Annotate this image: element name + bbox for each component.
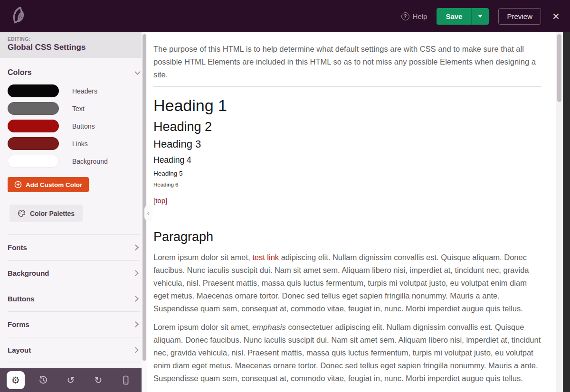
heading-3: Heading 3 [153,138,542,150]
divider [153,219,542,219]
color-swatch-headers[interactable] [8,84,59,97]
color-palettes-button[interactable]: Color Palettes [10,205,83,222]
preview-content: The purpose of this HTML is to help dete… [147,32,563,392]
sidebar: EDITING: Global CSS Settings Colors Head… [0,32,147,392]
mobile-preview-button[interactable] [117,371,135,389]
save-button[interactable]: Save [437,8,471,25]
save-dropdown-button[interactable] [471,8,489,25]
color-swatch-links[interactable] [8,137,59,150]
emphasis-text: emphasis [252,323,286,331]
color-swatch-row[interactable]: Buttons [8,120,140,132]
gear-icon: ⚙ [11,375,20,385]
test-link[interactable]: test link [252,253,279,261]
heading-1: Heading 1 [153,96,542,115]
section-label: Fonts [8,243,27,252]
top-link[interactable]: [top] [153,196,167,205]
lorem-paragraph-1: Lorem ipsum dolor sit amet, test link ad… [153,251,542,315]
close-icon[interactable]: × [552,10,560,22]
paragraph-text: Lorem ipsum dolor sit amet, [153,253,252,261]
heading-6: Heading 6 [153,182,542,188]
paragraph-text: Lorem ipsum dolor sit amet, [153,323,252,331]
paragraph-section-title: Paragraph [153,229,542,244]
chevron-down-icon [478,15,483,18]
color-swatch-row[interactable]: Links [8,137,140,150]
sidebar-header: EDITING: Global CSS Settings [0,32,147,58]
collapse-arrow-icon: ‹ [147,209,150,217]
chevron-right-icon [133,244,139,251]
undo-icon: ↺ [67,375,75,385]
history-button[interactable] [34,371,52,389]
color-swatch-row[interactable]: Headers [8,84,140,97]
sidebar-item-fonts[interactable]: Fonts [8,235,140,261]
history-icon [38,375,48,385]
intro-paragraph: The purpose of this HTML is to help dete… [153,43,542,81]
help-button[interactable]: ? Help [401,12,428,20]
swatch-label: Background [72,158,108,165]
sidebar-item-forms[interactable]: Forms [8,312,140,337]
heading-4: Heading 4 [153,155,542,165]
sidebar-scrollbar-thumb[interactable] [142,34,146,361]
redo-button[interactable]: ↻ [89,371,107,389]
colors-section-title: Colors [8,68,32,77]
color-swatch-row[interactable]: Background [8,155,140,168]
content-scrollbar-track [556,32,563,392]
swatch-label: Text [72,105,85,112]
settings-accordion: Fonts Background Buttons Forms Layout [8,234,140,363]
heading-5: Heading 5 [153,170,542,177]
chevron-down-icon [134,69,141,75]
palette-icon [18,209,26,217]
lorem-paragraph-2: Lorem ipsum dolor sit amet, emphasis con… [153,321,542,385]
add-custom-color-button[interactable]: Add Custom Color [8,177,89,192]
chevron-right-icon [133,270,139,276]
editing-title: Global CSS Settings [8,43,140,52]
editing-label: EDITING: [8,37,140,42]
swatch-label: Headers [72,87,97,95]
content-scrollbar-thumb[interactable] [557,34,561,102]
heading-2: Heading 2 [153,119,542,134]
color-swatch-background[interactable] [8,155,59,168]
paragraph-text: consectetuer adipiscing elit. Nullam dig… [153,323,541,383]
preview-button[interactable]: Preview [498,8,541,25]
paragraph-text: adipiscing elit. Nullam dignissim conval… [153,253,529,313]
swatch-label: Buttons [72,122,95,130]
sidebar-item-buttons[interactable]: Buttons [8,286,140,312]
help-label: Help [413,12,428,20]
settings-gear-button[interactable]: ⚙ [7,371,25,389]
chevron-right-icon [133,321,139,327]
undo-button[interactable]: ↺ [62,371,80,389]
divider [153,86,542,87]
sidebar-collapse-handle[interactable]: ‹ [144,205,152,221]
color-swatch-row[interactable]: Text [8,102,140,115]
section-label: Layout [8,346,31,354]
plus-circle-icon [14,181,22,188]
help-icon: ? [401,12,409,20]
section-label: Buttons [8,295,35,303]
redo-icon: ↻ [95,375,103,385]
sidebar-body: Colors Headers Text Buttons Links Backgr… [0,58,147,368]
sidebar-toolbar: ⚙ ↺ ↻ [0,368,142,392]
colors-section-header[interactable]: Colors [0,58,147,84]
section-label: Forms [8,320,29,328]
color-palettes-label: Color Palettes [30,210,75,217]
section-label: Background [8,269,49,277]
chevron-right-icon [133,347,139,353]
sidebar-item-layout[interactable]: Layout [8,337,140,363]
editor-right-edge [563,32,570,392]
color-swatch-text[interactable] [8,102,59,115]
sidebar-item-background[interactable]: Background [8,261,140,286]
swatch-label: Links [72,140,88,148]
chevron-right-icon [133,296,139,302]
topbar: ? Help Save Preview × [0,0,570,32]
mobile-icon [122,375,130,385]
thrive-leaf-logo-icon [11,6,29,26]
add-custom-color-label: Add Custom Color [26,181,82,188]
color-swatch-buttons[interactable] [8,120,59,132]
